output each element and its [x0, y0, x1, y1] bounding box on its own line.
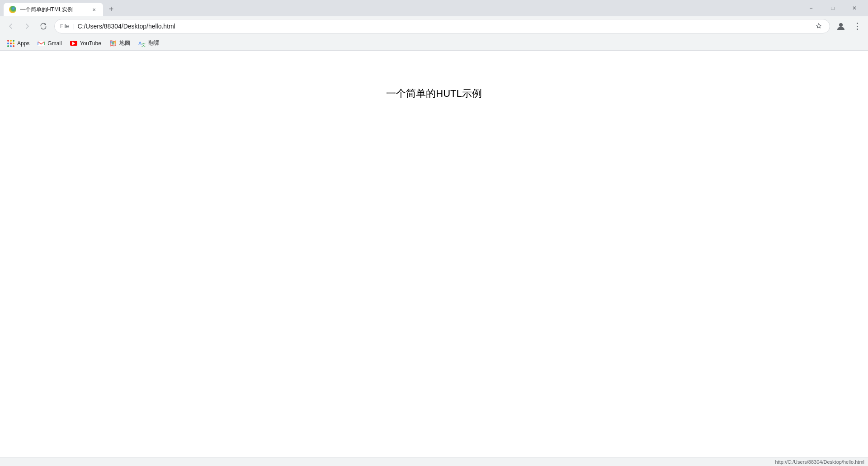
bookmark-youtube[interactable]: YouTube — [66, 38, 105, 49]
svg-point-0 — [839, 23, 843, 27]
back-button[interactable] — [4, 19, 18, 33]
forward-button[interactable] — [20, 19, 34, 33]
translate-icon: A 文 — [138, 40, 146, 47]
bookmark-apps[interactable]: Apps — [4, 38, 33, 49]
bookmark-gmail-label: Gmail — [47, 40, 61, 47]
gmail-icon — [38, 40, 45, 47]
tab-title: 一个简单的HTML实例 — [20, 6, 87, 14]
bookmark-translate-label: 翻譯 — [148, 39, 159, 47]
new-tab-button[interactable]: + — [105, 3, 118, 15]
nav-bar: File | C:/Users/88304/Desktop/hello.html… — [0, 16, 868, 36]
page-heading: 一个简单的HUTL示例 — [386, 87, 481, 100]
window-controls: − □ ✕ — [797, 0, 868, 16]
address-separator: | — [72, 23, 74, 29]
apps-grid-icon — [7, 40, 14, 47]
profile-button[interactable] — [834, 19, 848, 33]
tab-favicon — [9, 6, 16, 13]
tab-close-button[interactable]: ✕ — [90, 6, 98, 13]
svg-rect-9 — [112, 42, 114, 44]
bookmark-gmail[interactable]: Gmail — [34, 38, 65, 49]
title-bar: 一个简单的HTML实例 ✕ + − □ ✕ — [0, 0, 868, 16]
bookmark-youtube-label: YouTube — [80, 40, 101, 47]
bookmark-maps-label: 地圖 — [119, 39, 130, 47]
close-button[interactable]: ✕ — [844, 1, 864, 15]
bookmarks-bar: Apps Gmail YouT — [0, 36, 868, 51]
browser-window: 一个简单的HTML实例 ✕ + − □ ✕ — [0, 0, 868, 466]
youtube-icon — [70, 40, 77, 47]
address-icons — [813, 21, 824, 32]
reload-button[interactable] — [36, 19, 51, 33]
scheme-label: File — [60, 23, 69, 29]
bookmark-translate[interactable]: A 文 翻譯 — [135, 38, 163, 49]
svg-rect-8 — [110, 41, 112, 43]
minimize-button[interactable]: − — [801, 1, 821, 15]
address-url: C:/Users/88304/Desktop/hello.html — [77, 23, 810, 30]
more-options-button[interactable]: ⋮ — [850, 19, 864, 33]
maximize-button[interactable]: □ — [823, 1, 843, 15]
bookmark-apps-label: Apps — [17, 40, 29, 47]
maps-icon — [109, 40, 117, 47]
status-bar: http://C:/Users/88304/Desktop/hello.html — [0, 457, 868, 466]
bookmark-maps[interactable]: 地圖 — [106, 38, 134, 49]
active-tab[interactable]: 一个简单的HTML实例 ✕ — [4, 3, 103, 16]
status-url: http://C:/Users/88304/Desktop/hello.html — [775, 459, 864, 465]
page-content: 一个简单的HUTL示例 — [0, 51, 868, 457]
svg-text:文: 文 — [142, 43, 146, 47]
address-bar[interactable]: File | C:/Users/88304/Desktop/hello.html — [54, 19, 830, 33]
tabs-area: 一个简单的HTML实例 ✕ + — [0, 0, 797, 16]
star-button[interactable] — [813, 21, 824, 32]
svg-rect-10 — [114, 41, 116, 43]
